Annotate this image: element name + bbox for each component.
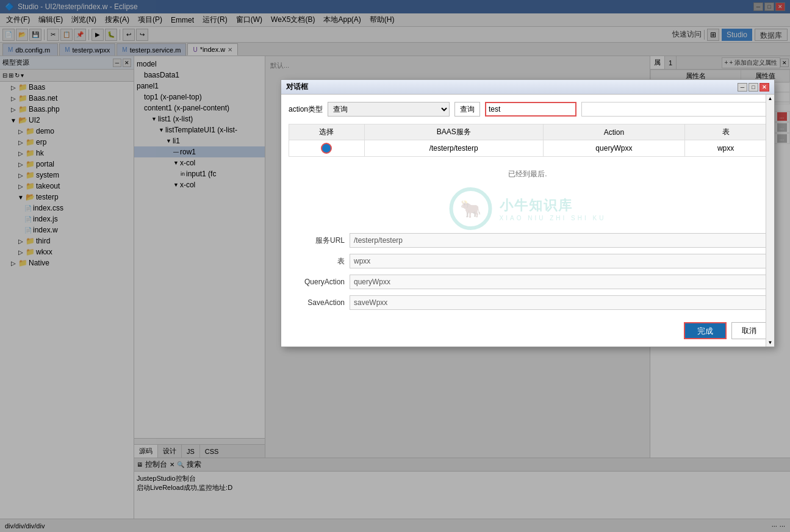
scroll-down-arrow[interactable]: ▼ (768, 340, 773, 345)
col-select: 选择 (289, 124, 365, 140)
save-action-label: SaveAction (289, 298, 350, 307)
table-row-form: 表 (289, 254, 767, 268)
test-input[interactable] (485, 102, 576, 117)
table-input[interactable] (350, 254, 767, 268)
dialog-close[interactable]: ✕ (759, 83, 769, 92)
table-label: 表 (289, 256, 350, 267)
watermark-subtext: XIAO NIU ZHI SHI KU (500, 215, 606, 221)
col-action: Action (543, 124, 684, 140)
service-url-input[interactable] (350, 233, 767, 248)
service-cell: /testerp/testerp (364, 140, 543, 157)
radio-circle[interactable] (321, 143, 332, 154)
end-message: 已经到最后. (289, 164, 767, 184)
dialog-controls: ─ □ ✕ (738, 83, 769, 92)
dialog-body: action类型 查询 查询 选择 BAAS服务 Action 表 (281, 95, 774, 347)
cancel-button[interactable]: 取消 (731, 322, 767, 339)
radio-inner (324, 146, 329, 151)
query-action-row: QueryAction (289, 275, 767, 289)
save-action-input[interactable] (350, 295, 767, 310)
service-table: 选择 BAAS服务 Action 表 (289, 124, 767, 157)
watermark-area: 🐂 小牛知识库 XIAO NIU ZHI SHI KU (289, 184, 767, 233)
complete-button[interactable]: 完成 (684, 322, 727, 339)
dialog-footer: 完成 取消 (289, 317, 767, 339)
save-action-row: SaveAction (289, 295, 767, 310)
watermark-text-area: 小牛知识库 XIAO NIU ZHI SHI KU (500, 196, 606, 221)
scroll-up-arrow[interactable]: ▲ (768, 96, 773, 101)
action-cell: queryWpxx (543, 140, 684, 157)
query-action-input[interactable] (350, 275, 767, 289)
action-type-select[interactable]: 查询 (328, 102, 450, 117)
dialog-maximize[interactable]: □ (749, 83, 758, 92)
col-table: 表 (685, 124, 767, 140)
query-action-label: QueryAction (289, 278, 350, 286)
dialog-minimize[interactable]: ─ (738, 83, 747, 92)
dialog-title: 对话框 (286, 82, 308, 92)
query-button[interactable]: 查询 (454, 102, 480, 117)
dialog-title-bar: 对话框 ─ □ ✕ (281, 80, 774, 95)
dialog-scrollbar[interactable]: ▲ ▼ (766, 95, 774, 347)
radio-cell[interactable] (294, 143, 359, 154)
watermark-logo-icon: 🐂 (460, 199, 481, 219)
action-right-input[interactable] (581, 102, 767, 117)
watermark-text: 小牛知识库 (500, 196, 606, 215)
dialog-overlay: 对话框 ─ □ ✕ action类型 查询 查询 (0, 0, 790, 532)
table-row: /testerp/testerp queryWpxx wpxx (289, 140, 767, 157)
watermark-logo: 🐂 (450, 187, 492, 230)
watermark: 🐂 小牛知识库 XIAO NIU ZHI SHI KU (450, 187, 606, 230)
service-url-label: 服务URL (289, 235, 350, 246)
action-type-row: action类型 查询 查询 (289, 102, 767, 117)
dialog: 对话框 ─ □ ✕ action类型 查询 查询 (281, 79, 775, 347)
service-url-row: 服务URL (289, 233, 767, 248)
action-type-label: action类型 (289, 104, 323, 115)
col-baas: BAAS服务 (364, 124, 543, 140)
table-cell: wpxx (685, 140, 767, 157)
